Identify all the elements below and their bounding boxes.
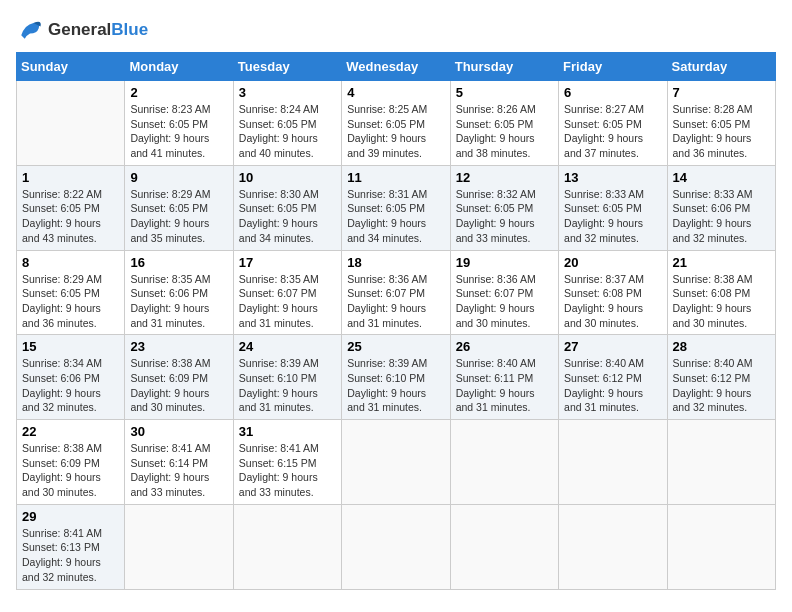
weekday-header: Friday [559,53,667,81]
day-info: Sunrise: 8:34 AMSunset: 6:06 PMDaylight:… [22,356,119,415]
day-number: 28 [673,339,770,354]
calendar-day-cell: 20Sunrise: 8:37 AMSunset: 6:08 PMDayligh… [559,250,667,335]
calendar-day-cell: 22Sunrise: 8:38 AMSunset: 6:09 PMDayligh… [17,420,125,505]
calendar-day-cell: 28Sunrise: 8:40 AMSunset: 6:12 PMDayligh… [667,335,775,420]
calendar-day-cell: 29Sunrise: 8:41 AMSunset: 6:13 PMDayligh… [17,504,125,589]
day-number: 19 [456,255,553,270]
day-number: 30 [130,424,227,439]
calendar-day-cell: 6Sunrise: 8:27 AMSunset: 6:05 PMDaylight… [559,81,667,166]
calendar-week-row: 15Sunrise: 8:34 AMSunset: 6:06 PMDayligh… [17,335,776,420]
calendar-day-cell: 5Sunrise: 8:26 AMSunset: 6:05 PMDaylight… [450,81,558,166]
calendar-day-cell: 8Sunrise: 8:29 AMSunset: 6:05 PMDaylight… [17,250,125,335]
calendar-day-cell [450,420,558,505]
day-info: Sunrise: 8:39 AMSunset: 6:10 PMDaylight:… [239,356,336,415]
calendar-day-cell: 11Sunrise: 8:31 AMSunset: 6:05 PMDayligh… [342,165,450,250]
day-info: Sunrise: 8:23 AMSunset: 6:05 PMDaylight:… [130,102,227,161]
calendar-day-cell: 25Sunrise: 8:39 AMSunset: 6:10 PMDayligh… [342,335,450,420]
weekday-header: Saturday [667,53,775,81]
weekday-header: Tuesday [233,53,341,81]
calendar-week-row: 8Sunrise: 8:29 AMSunset: 6:05 PMDaylight… [17,250,776,335]
calendar-day-cell [450,504,558,589]
calendar-day-cell: 15Sunrise: 8:34 AMSunset: 6:06 PMDayligh… [17,335,125,420]
calendar-day-cell [667,420,775,505]
day-info: Sunrise: 8:26 AMSunset: 6:05 PMDaylight:… [456,102,553,161]
calendar-day-cell: 3Sunrise: 8:24 AMSunset: 6:05 PMDaylight… [233,81,341,166]
logo-icon [16,16,44,44]
calendar-day-cell: 18Sunrise: 8:36 AMSunset: 6:07 PMDayligh… [342,250,450,335]
calendar-day-cell: 23Sunrise: 8:38 AMSunset: 6:09 PMDayligh… [125,335,233,420]
day-info: Sunrise: 8:40 AMSunset: 6:12 PMDaylight:… [564,356,661,415]
calendar-day-cell: 9Sunrise: 8:29 AMSunset: 6:05 PMDaylight… [125,165,233,250]
calendar-day-cell: 14Sunrise: 8:33 AMSunset: 6:06 PMDayligh… [667,165,775,250]
day-info: Sunrise: 8:38 AMSunset: 6:08 PMDaylight:… [673,272,770,331]
calendar-day-cell [342,420,450,505]
calendar-day-cell: 10Sunrise: 8:30 AMSunset: 6:05 PMDayligh… [233,165,341,250]
calendar-day-cell [125,504,233,589]
day-number: 1 [22,170,119,185]
calendar-day-cell [233,504,341,589]
day-number: 7 [673,85,770,100]
calendar-day-cell: 16Sunrise: 8:35 AMSunset: 6:06 PMDayligh… [125,250,233,335]
calendar-day-cell: 13Sunrise: 8:33 AMSunset: 6:05 PMDayligh… [559,165,667,250]
calendar-week-row: 29Sunrise: 8:41 AMSunset: 6:13 PMDayligh… [17,504,776,589]
day-number: 17 [239,255,336,270]
calendar-day-cell: 30Sunrise: 8:41 AMSunset: 6:14 PMDayligh… [125,420,233,505]
calendar-week-row: 1Sunrise: 8:22 AMSunset: 6:05 PMDaylight… [17,165,776,250]
day-number: 18 [347,255,444,270]
day-info: Sunrise: 8:28 AMSunset: 6:05 PMDaylight:… [673,102,770,161]
day-number: 8 [22,255,119,270]
calendar-header-row: SundayMondayTuesdayWednesdayThursdayFrid… [17,53,776,81]
day-number: 14 [673,170,770,185]
calendar-day-cell: 12Sunrise: 8:32 AMSunset: 6:05 PMDayligh… [450,165,558,250]
day-info: Sunrise: 8:41 AMSunset: 6:14 PMDaylight:… [130,441,227,500]
calendar-day-cell: 7Sunrise: 8:28 AMSunset: 6:05 PMDaylight… [667,81,775,166]
day-number: 25 [347,339,444,354]
day-info: Sunrise: 8:32 AMSunset: 6:05 PMDaylight:… [456,187,553,246]
day-number: 21 [673,255,770,270]
day-info: Sunrise: 8:35 AMSunset: 6:07 PMDaylight:… [239,272,336,331]
calendar-day-cell [559,420,667,505]
day-number: 27 [564,339,661,354]
day-info: Sunrise: 8:33 AMSunset: 6:06 PMDaylight:… [673,187,770,246]
calendar-day-cell: 19Sunrise: 8:36 AMSunset: 6:07 PMDayligh… [450,250,558,335]
calendar-day-cell: 2Sunrise: 8:23 AMSunset: 6:05 PMDaylight… [125,81,233,166]
day-number: 11 [347,170,444,185]
day-number: 20 [564,255,661,270]
day-number: 10 [239,170,336,185]
day-number: 29 [22,509,119,524]
day-info: Sunrise: 8:40 AMSunset: 6:12 PMDaylight:… [673,356,770,415]
day-number: 23 [130,339,227,354]
calendar-day-cell [17,81,125,166]
day-info: Sunrise: 8:36 AMSunset: 6:07 PMDaylight:… [456,272,553,331]
day-info: Sunrise: 8:40 AMSunset: 6:11 PMDaylight:… [456,356,553,415]
day-number: 6 [564,85,661,100]
page-header: GeneralBlue [16,16,776,44]
calendar-table: SundayMondayTuesdayWednesdayThursdayFrid… [16,52,776,590]
day-info: Sunrise: 8:31 AMSunset: 6:05 PMDaylight:… [347,187,444,246]
day-info: Sunrise: 8:22 AMSunset: 6:05 PMDaylight:… [22,187,119,246]
weekday-header: Monday [125,53,233,81]
day-info: Sunrise: 8:37 AMSunset: 6:08 PMDaylight:… [564,272,661,331]
day-info: Sunrise: 8:35 AMSunset: 6:06 PMDaylight:… [130,272,227,331]
day-info: Sunrise: 8:36 AMSunset: 6:07 PMDaylight:… [347,272,444,331]
calendar-week-row: 22Sunrise: 8:38 AMSunset: 6:09 PMDayligh… [17,420,776,505]
day-number: 3 [239,85,336,100]
calendar-day-cell [342,504,450,589]
day-number: 26 [456,339,553,354]
calendar-day-cell: 27Sunrise: 8:40 AMSunset: 6:12 PMDayligh… [559,335,667,420]
day-number: 9 [130,170,227,185]
day-number: 13 [564,170,661,185]
calendar-day-cell [667,504,775,589]
day-info: Sunrise: 8:38 AMSunset: 6:09 PMDaylight:… [22,441,119,500]
logo: GeneralBlue [16,16,148,44]
calendar-day-cell [559,504,667,589]
day-number: 2 [130,85,227,100]
day-number: 12 [456,170,553,185]
weekday-header: Wednesday [342,53,450,81]
day-number: 5 [456,85,553,100]
day-info: Sunrise: 8:30 AMSunset: 6:05 PMDaylight:… [239,187,336,246]
day-number: 22 [22,424,119,439]
day-number: 31 [239,424,336,439]
calendar-day-cell: 4Sunrise: 8:25 AMSunset: 6:05 PMDaylight… [342,81,450,166]
day-info: Sunrise: 8:29 AMSunset: 6:05 PMDaylight:… [130,187,227,246]
